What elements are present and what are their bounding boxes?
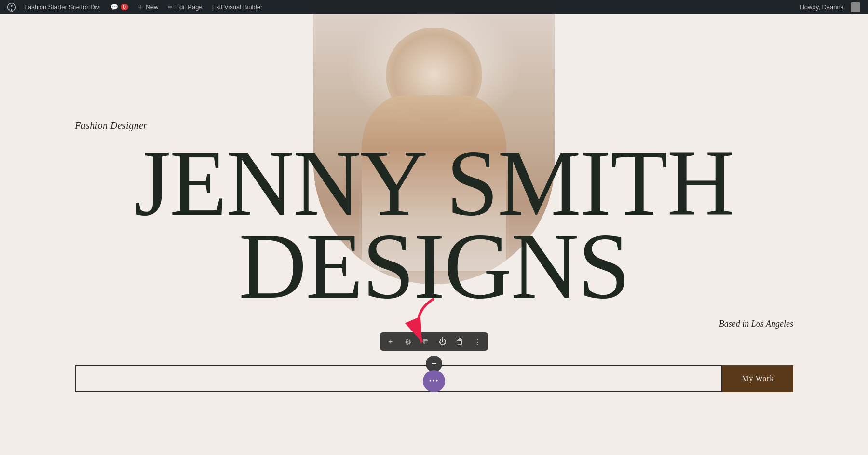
hero-title-line2: DESIGNS <box>0 225 868 308</box>
toolbar-duplicate-button[interactable]: ⧉ <box>417 333 434 350</box>
based-in-label: Based in Los Angeles <box>719 319 793 329</box>
hero-title: JENNY SMITH DESIGNS <box>0 142 868 307</box>
toolbar-add-button[interactable]: + <box>382 333 399 350</box>
wordpress-logo[interactable] <box>4 0 19 14</box>
duplicate-icon: ⧉ <box>423 337 428 346</box>
admin-bar-right: Howdy, Deanna <box>795 2 864 12</box>
page-wrapper: Fashion Designer JENNY SMITH DESIGNS Bas… <box>0 14 868 455</box>
trash-icon: 🗑 <box>456 337 464 346</box>
toolbar-settings-button[interactable]: ⚙ <box>399 333 417 350</box>
plus-icon: + <box>432 359 436 369</box>
exit-visual-builder-button[interactable]: Exit Visual Builder <box>207 0 268 14</box>
plus-icon: + <box>138 3 142 12</box>
divi-dots-button[interactable] <box>423 370 445 392</box>
howdy-label[interactable]: Howdy, Deanna <box>795 3 849 11</box>
pencil-icon: ✏ <box>168 4 173 11</box>
my-work-button[interactable]: My Work <box>722 365 793 392</box>
fashion-designer-label: Fashion Designer <box>75 120 147 131</box>
user-avatar[interactable] <box>851 2 860 12</box>
edit-page-button[interactable]: ✏ Edit Page <box>163 0 207 14</box>
admin-bar: Fashion Starter Site for Divi 💬 0 + New … <box>0 0 868 14</box>
plus-icon: + <box>388 337 393 346</box>
divi-toolbar: + ⚙ ⧉ ⏻ 🗑 ⋮ <box>380 332 488 351</box>
hero-title-line1: JENNY SMITH <box>0 142 868 225</box>
toolbar-more-button[interactable]: ⋮ <box>469 333 486 350</box>
email-input[interactable] <box>75 365 722 392</box>
more-icon: ⋮ <box>474 337 481 346</box>
toolbar-disable-button[interactable]: ⏻ <box>434 333 451 350</box>
toolbar-delete-button[interactable]: 🗑 <box>451 333 469 350</box>
comments-link[interactable]: 💬 0 <box>106 0 133 14</box>
site-name[interactable]: Fashion Starter Site for Divi <box>19 0 106 14</box>
new-button[interactable]: + New <box>133 0 163 14</box>
divi-add-row-button[interactable]: + <box>426 356 442 372</box>
power-icon: ⏻ <box>439 337 447 346</box>
gear-icon: ⚙ <box>405 337 411 346</box>
